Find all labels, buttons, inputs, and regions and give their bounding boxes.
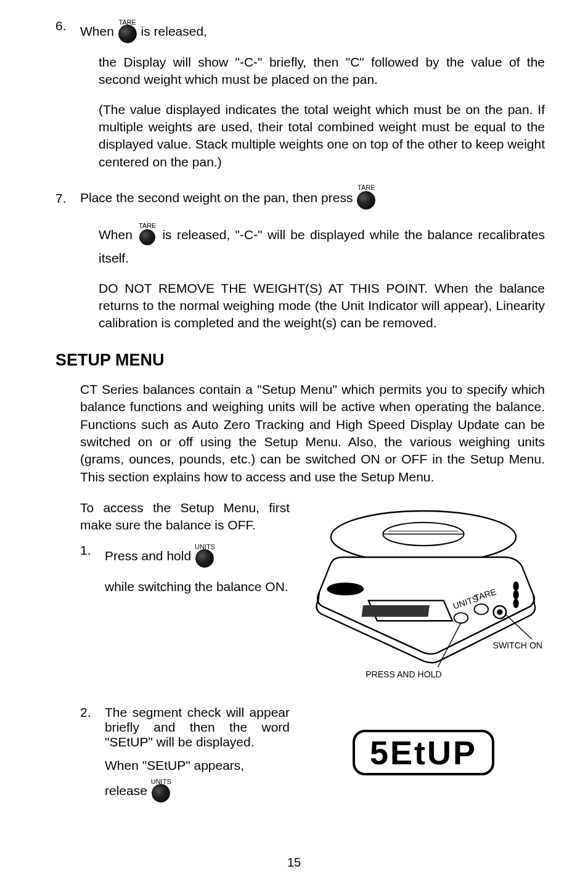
- paragraph: When TARE is released, "-C-" will be dis…: [99, 221, 545, 267]
- setup-step-2: 2. The segment check will appear briefly…: [80, 705, 290, 749]
- release-line: release UNITS: [105, 778, 290, 806]
- left-column: To access the Setup Menu, first make sur…: [55, 499, 302, 693]
- step-content: When TARE is released,: [80, 18, 545, 46]
- two-column: To access the Setup Menu, first make sur…: [55, 499, 545, 693]
- section-heading: SETUP MENU: [55, 351, 545, 370]
- step-7: 7. Place the second weight on the pan, t…: [55, 183, 545, 214]
- button-circle-icon: [152, 784, 170, 802]
- svg-point-11: [513, 590, 518, 599]
- step-content: Place the second weight on the pan, then…: [80, 183, 545, 214]
- text: When: [80, 24, 114, 38]
- step-number: 7.: [55, 191, 80, 206]
- page-number: 15: [0, 855, 588, 870]
- paragraph: To access the Setup Menu, first make sur…: [80, 499, 290, 534]
- button-circle-icon: [195, 549, 214, 568]
- balance-diagram: UNITS TARE PRESS AND HOLD SWITCH ON: [302, 499, 545, 690]
- right-column: 5EtUP: [302, 705, 545, 806]
- text: Place the second weight on the pan, then…: [80, 190, 353, 205]
- lcd-display: 5EtUP: [353, 730, 494, 775]
- step-number: 6.: [55, 18, 80, 33]
- button-circle-icon: [118, 25, 137, 43]
- svg-point-6: [454, 613, 468, 623]
- text: is released,: [141, 24, 207, 38]
- left-column: 2. The segment check will appear briefly…: [55, 705, 302, 806]
- two-column-step2: 2. The segment check will appear briefly…: [55, 705, 545, 806]
- text: The segment check will appear briefly an…: [105, 705, 290, 749]
- setup-step-1: 1. Press and hold UNITS: [80, 543, 290, 571]
- text: while switching the balance ON.: [105, 579, 290, 594]
- step-content: Press and hold UNITS: [105, 543, 214, 571]
- svg-point-9: [497, 609, 502, 615]
- tare-button-icon: TARE: [137, 221, 157, 250]
- paragraph: DO NOT REMOVE THE WEIGHT(S) AT THIS POIN…: [99, 280, 545, 332]
- page: 6. When TARE is released, the Display wi…: [0, 0, 588, 882]
- button-circle-icon: [357, 191, 375, 210]
- svg-point-7: [475, 604, 489, 615]
- text: When: [99, 227, 133, 242]
- switch-on-label: SWITCH ON: [493, 640, 542, 650]
- text: Press and hold: [105, 549, 191, 563]
- tare-button-icon: TARE: [356, 183, 376, 214]
- text: release: [105, 783, 147, 798]
- tare-button-icon: TARE: [118, 18, 137, 46]
- svg-rect-5: [362, 605, 430, 617]
- paragraph: the Display will show "-C-" briefly, the…: [99, 54, 545, 89]
- units-button-icon: UNITS: [195, 543, 214, 571]
- paragraph: CT Series balances contain a "Setup Menu…: [80, 381, 545, 486]
- svg-point-10: [513, 581, 518, 590]
- svg-point-4: [327, 582, 364, 595]
- press-hold-label: PRESS AND HOLD: [365, 669, 441, 679]
- units-button-icon: UNITS: [151, 778, 171, 806]
- step-content: The segment check will appear briefly an…: [105, 705, 290, 749]
- right-column: UNITS TARE PRESS AND HOLD SWITCH ON: [302, 499, 545, 693]
- step-number: 2.: [80, 705, 105, 749]
- paragraph: (The value displayed indicates the total…: [99, 101, 545, 171]
- text: When "SEtUP" appears,: [105, 758, 290, 773]
- button-circle-icon: [139, 229, 155, 245]
- svg-point-0: [331, 511, 516, 563]
- text: is released, "-C-" will be displayed whi…: [99, 227, 545, 266]
- svg-point-12: [513, 598, 518, 608]
- step-number: 1.: [80, 543, 105, 571]
- step-6: 6. When TARE is released,: [55, 18, 545, 46]
